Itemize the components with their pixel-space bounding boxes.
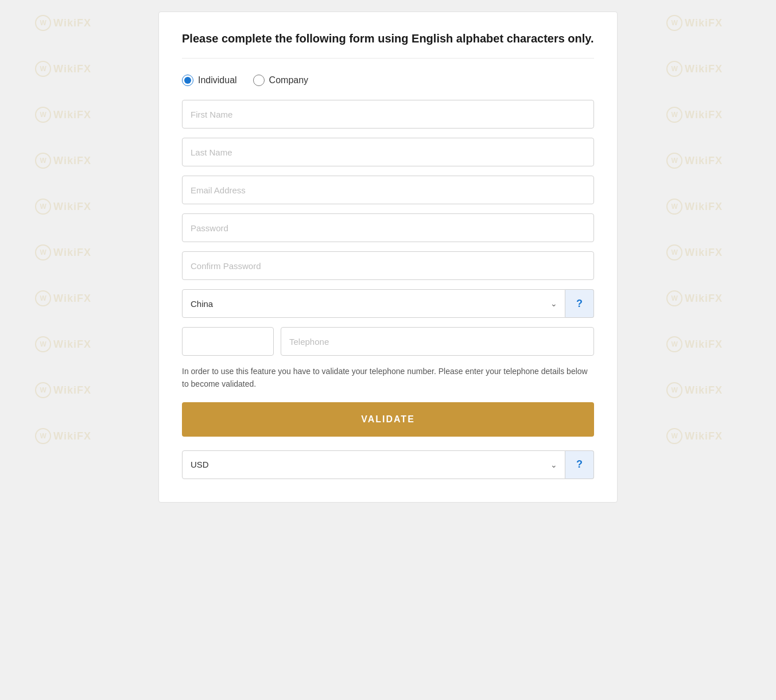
currency-row: USDEURGBPJPYCNY ⌄ ? (182, 450, 594, 479)
page-wrapper: W WikiFX W WikiFX W WikiFX W WikiFX W Wi… (0, 0, 776, 700)
country-select[interactable]: ChinaUnited StatesUnited KingdomGermanyF… (182, 289, 565, 318)
last-name-input[interactable] (182, 138, 594, 166)
email-field (182, 176, 594, 204)
email-input[interactable] (182, 176, 594, 204)
radio-individual-input[interactable] (182, 75, 193, 86)
country-help-button[interactable]: ? (565, 289, 594, 318)
password-input[interactable] (182, 213, 594, 242)
account-type-group: Individual Company (182, 75, 594, 86)
radio-company[interactable]: Company (253, 75, 308, 86)
form-container: Please complete the following form using… (158, 11, 618, 503)
validate-button[interactable]: VALIDATE (182, 402, 594, 437)
phone-row: 0086 (182, 327, 594, 356)
last-name-field (182, 138, 594, 166)
first-name-field (182, 100, 594, 129)
first-name-input[interactable] (182, 100, 594, 129)
confirm-password-field (182, 251, 594, 280)
radio-individual-label: Individual (198, 75, 237, 85)
currency-select-wrapper: USDEURGBPJPYCNY ⌄ (182, 450, 565, 479)
country-select-wrapper: ChinaUnited StatesUnited KingdomGermanyF… (182, 289, 565, 318)
confirm-password-input[interactable] (182, 251, 594, 280)
validation-notice: In order to use this feature you have to… (182, 365, 594, 391)
password-field (182, 213, 594, 242)
currency-select[interactable]: USDEURGBPJPYCNY (182, 450, 565, 479)
telephone-input[interactable] (281, 327, 594, 356)
radio-company-input[interactable] (253, 75, 265, 86)
currency-help-button[interactable]: ? (565, 450, 594, 479)
radio-individual[interactable]: Individual (182, 75, 237, 86)
form-title: Please complete the following form using… (182, 30, 594, 59)
radio-company-label: Company (269, 75, 308, 85)
country-row: ChinaUnited StatesUnited KingdomGermanyF… (182, 289, 594, 318)
phone-code-input[interactable]: 0086 (182, 327, 274, 356)
